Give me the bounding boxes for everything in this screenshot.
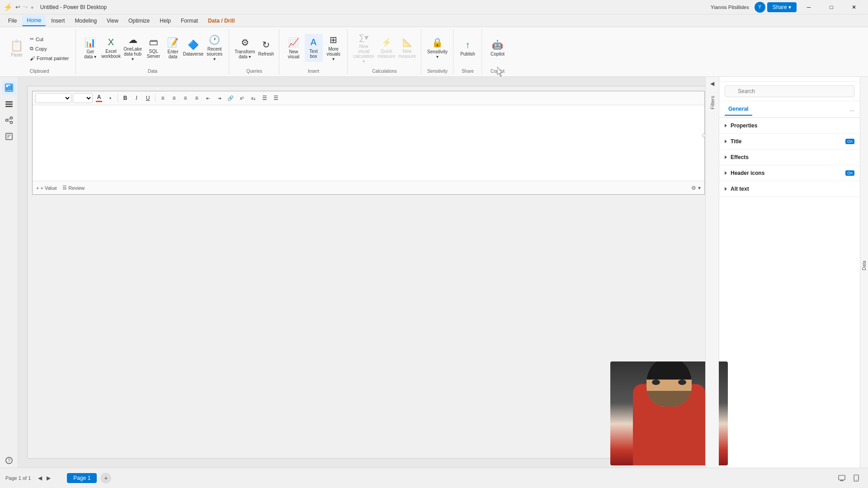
font-color-button[interactable]: A [94,93,104,103]
more-visuals-button[interactable]: ⊞ Morevisuals ▾ [324,34,344,62]
review-button[interactable]: ☰ Review [62,185,85,191]
prev-page-btn[interactable]: ◀ [36,474,44,482]
left-sidebar: ? [0,77,18,468]
close-button[interactable]: ✕ [844,0,864,14]
font-family-select[interactable] [35,93,71,103]
dax-query-icon[interactable] [2,129,16,144]
dataverse-button[interactable]: 🔷 Dataverse [184,34,203,62]
svg-rect-2 [8,86,9,90]
transform-data-button[interactable]: ⚙ Transformdata ▾ [234,34,256,62]
font-size-select[interactable] [73,93,93,103]
menu-optimize[interactable]: Optimize [124,16,154,26]
menu-modeling[interactable]: Modeling [70,16,101,26]
properties-section[interactable]: Properties [719,118,860,134]
text-box-canvas-widget[interactable]: A ▾ B I U ≡ ≡ ≡ ≡ ⇤ ⇥ 🔗 x² x₂ [32,91,705,195]
learn-icon[interactable]: ? [2,453,16,468]
menu-insert[interactable]: Insert [47,16,69,26]
indent-less-button[interactable]: ⇤ [203,93,213,103]
redo-btn[interactable]: ↪ [23,4,28,10]
header-icons-title: Header icons [731,170,764,176]
menu-home[interactable]: Home [22,15,46,26]
data-view-icon[interactable] [2,97,16,111]
subscript-button[interactable]: x₂ [248,93,258,103]
recent-sources-button[interactable]: 🕐 Recentsources ▾ [204,34,225,62]
text-box-content[interactable] [33,105,704,173]
excel-icon: X [108,37,114,47]
mobile-view-btn[interactable] [850,472,863,484]
copy-button[interactable]: ⧉Copy [27,44,72,53]
new-calculation-button[interactable]: ∑▾ New visualcalculation ▾ [352,34,376,62]
title-toggle-on[interactable]: On [845,139,854,144]
collapse-panel-btn[interactable]: ◀ [708,77,716,90]
title-bar-left: ⚡ ↩ ↪ ● Untitled - Power BI Desktop [4,3,107,11]
menu-file[interactable]: File [4,16,21,26]
publish-button[interactable]: ↑ Publish [458,34,478,62]
new-visual-button[interactable]: 📈 Newvisual [284,34,304,62]
title-section-title: Title [731,138,741,145]
indent-more-button[interactable]: ⇥ [214,93,224,103]
page-tab-1[interactable]: Page 1 [67,473,97,483]
font-color-dropdown[interactable]: ▾ [105,93,115,103]
italic-button[interactable]: I [132,93,142,103]
excel-button[interactable]: X Excelworkbook [101,34,121,62]
copilot-items: 🤖 Copilot [486,29,509,67]
alt-text-section[interactable]: Alt text [719,181,860,197]
sql-button[interactable]: 🗃 SQLServer [145,34,163,62]
share-button[interactable]: Share ▾ [767,2,797,12]
transform-icon: ⚙ [241,37,249,48]
undo-btn[interactable]: ↩ [15,4,20,10]
enter-data-button[interactable]: 📝 Enterdata [164,34,183,62]
bold-button[interactable]: B [120,93,130,103]
alt-text-chevron [725,187,727,191]
menu-data-drill[interactable]: Data / Drill [203,16,239,26]
menu-format[interactable]: Format [176,16,203,26]
report-view-icon[interactable] [2,80,16,95]
underline-button[interactable]: U [143,93,153,103]
format-painter-button[interactable]: 🖌Format painter [27,54,72,63]
properties-chevron [725,124,727,127]
ribbon-group-queries: ⚙ Transformdata ▾ ↻ Refresh Queries [230,29,279,75]
tab-general[interactable]: General [725,103,752,116]
sensitivity-button[interactable]: 🔒 Sensitivity▾ [426,34,449,62]
insert-group-label: Insert [284,67,344,75]
header-icons-section[interactable]: Header icons On [719,165,860,181]
add-page-button[interactable]: + [100,473,111,483]
maximize-button[interactable]: □ [821,0,842,14]
next-page-btn[interactable]: ▶ [45,474,52,482]
numbered-list-button[interactable]: ☰ [271,93,281,103]
quick-measure-button[interactable]: ⚡ Quickmeasure [377,34,396,62]
superscript-button[interactable]: x² [237,93,247,103]
text-box-button[interactable]: A Textbox [305,34,323,62]
tab-more-options[interactable]: ... [850,103,854,116]
right-panel-sections: Properties Title On Effects Header ic [719,118,860,197]
get-data-button[interactable]: 📊 Getdata ▾ [80,34,100,62]
paste-button[interactable]: 📋 Paste [7,35,26,63]
value-button[interactable]: + + Value [36,185,57,191]
search-input[interactable] [725,85,854,97]
share-group-label: Share [458,67,478,75]
onelake-button[interactable]: ☁ OneLakedata hub ▾ [122,34,144,62]
textbox-settings-icon[interactable]: ⚙ [691,185,696,191]
menu-view[interactable]: View [102,16,123,26]
align-left-button[interactable]: ≡ [158,93,168,103]
bullets-button[interactable]: ☰ [259,93,269,103]
header-icons-toggle-on[interactable]: On [845,170,854,176]
model-view-icon[interactable] [2,113,16,127]
align-justify-button[interactable]: ≡ [192,93,202,103]
effects-section[interactable]: Effects [719,150,860,165]
refresh-button[interactable]: ↻ Refresh [257,34,275,62]
filters-tab-vertical[interactable]: Filters [708,92,717,113]
desktop-view-btn[interactable] [835,472,848,484]
align-center-button[interactable]: ≡ [169,93,179,103]
new-measure-button[interactable]: 📐 Newmeasure [397,34,417,62]
title-section[interactable]: Title On [719,134,860,150]
data-tab-vertical[interactable]: Data [860,63,868,468]
search-wrapper: 🔍 [725,85,854,97]
insert-link-button[interactable]: 🔗 [226,93,236,103]
menu-help[interactable]: Help [155,16,175,26]
minimize-button[interactable]: ─ [798,0,819,14]
textbox-expand-icon[interactable]: ▾ [698,185,701,191]
copilot-button[interactable]: 🤖 Copilot [486,34,509,62]
cut-button[interactable]: ✂Cut [27,35,72,43]
align-right-button[interactable]: ≡ [180,93,190,103]
